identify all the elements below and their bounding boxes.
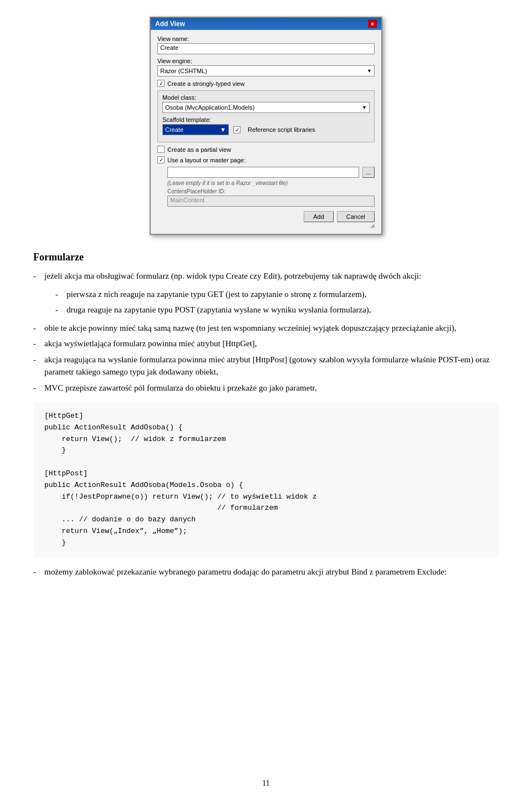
scaffold-arrow-icon: ▼ [220,126,226,133]
dialog-buttons: Add Cancel [157,211,375,222]
add-button[interactable]: Add [304,211,334,222]
intro-bullet-list: - jeżeli akcja ma obsługiwać formularz (… [33,270,499,283]
dialog-body: View name: Create View engine: Razor (CS… [151,30,381,234]
view-engine-label: View engine: [157,58,375,64]
ref-script-checkbox[interactable] [233,126,241,134]
sub-bullet-item-1: - druga reaguje na zapytanie typu POST (… [55,304,499,316]
layout-label: Use a layout or master page: [167,157,245,163]
bullet-item-4: - akcja reagująca na wysłanie formularza… [33,353,499,378]
model-class-arrow-icon: ▼ [362,105,367,110]
resize-grip-icon: ◢ [157,222,375,228]
view-name-label: View name: [157,35,375,42]
model-class-select[interactable]: Osoba (MvcApplication1.Models) ▼ [162,102,370,113]
scaffold-controls: Create ▼ Reference script libraries [162,124,370,135]
section-heading: Formularze [33,252,499,263]
contentplaceholder-label: ContentPlaceHolder ID: [167,188,375,194]
layout-browse-button[interactable]: ... [362,167,375,178]
view-engine-select[interactable]: Razor (CSHTML) ▼ [157,65,375,76]
dialog-title: Add View [155,20,185,28]
model-class-section: Model class: Osoba (MvcApplication1.Mode… [157,90,375,142]
bullet-text-3: akcja wyświetlająca formularz powinna mi… [44,337,499,350]
dialog-close-button[interactable]: × [368,20,377,28]
view-engine-arrow-icon: ▼ [367,68,372,74]
layout-checkbox[interactable] [157,156,165,163]
model-class-label: Model class: [162,94,370,101]
bullet-dash-3: - [33,337,44,350]
sub-bullet-list: - pierwsza z nich reaguje na zapytanie t… [33,288,499,316]
sub-dash-0: - [55,288,66,301]
view-engine-row: View engine: Razor (CSHTML) ▼ [157,58,375,76]
scaffold-row: Scaffold template: Create ▼ Reference sc… [162,116,370,135]
page-number: 11 [262,779,269,788]
strongly-typed-checkbox[interactable] [157,80,165,87]
ref-script-label: Reference script libraries [248,126,315,133]
sub-bullet-item-0: - pierwsza z nich reaguje na zapytanie t… [55,288,499,301]
sub-dash-1: - [55,304,66,316]
bullet-text-2: obie te akcje powinny mieć taką samą naz… [44,322,499,335]
intro-item: - jeżeli akcja ma obsługiwać formularz (… [33,270,499,283]
scaffold-select[interactable]: Create ▼ [162,124,229,135]
bullet-item-3: - akcja wyświetlająca formularz powinna … [33,337,499,350]
scaffold-label: Scaffold template: [162,116,370,123]
bullet-text-4: akcja reagująca na wysłanie formularza p… [44,353,499,378]
strongly-typed-label: Create a strongly-typed view [167,80,244,87]
dialog-area: Add View × View name: Create View engine… [33,11,499,235]
layout-row: Use a layout or master page: [157,156,375,163]
bullet-dash-4: - [33,353,44,366]
closing-item: - możemy zablokować przekazanie wybraneg… [33,566,499,578]
cancel-button[interactable]: Cancel [337,211,375,222]
bullet-text-5: MVC przepisze zawartość pól formularza d… [44,382,499,394]
sub-text-1: druga reaguje na zapytanie typu POST (za… [66,304,499,316]
closing-bullet-list: - możemy zablokować przekazanie wybraneg… [33,566,499,578]
view-name-row: View name: Create [157,35,375,54]
bullet-dash-2: - [33,322,44,335]
partial-view-label: Create as a partial view [167,146,231,153]
partial-view-row: Create as a partial view [157,146,375,153]
closing-text: możemy zablokować przekazanie wybranego … [44,566,499,578]
intro-text: jeżeli akcja ma obsługiwać formularz (np… [44,270,499,283]
bullet-item-5: - MVC przepisze zawartość pól formularza… [33,382,499,394]
intro-dash: - [33,270,44,283]
partial-view-checkbox[interactable] [157,146,165,153]
layout-input-row: ... [167,167,375,178]
dialog-titlebar: Add View × [151,18,381,30]
view-name-input[interactable]: Create [157,43,375,54]
bullet-dash-5: - [33,382,44,394]
main-bullet-list: - obie te akcje powinny mieć taką samą n… [33,322,499,394]
closing-dash: - [33,566,44,578]
add-view-dialog: Add View × View name: Create View engine… [150,17,382,235]
bullet-item-2: - obie te akcje powinny mieć taką samą n… [33,322,499,335]
contentplaceholder-row: ContentPlaceHolder ID: MainContent [167,188,375,207]
contentplaceholder-input[interactable]: MainContent [167,196,375,207]
code-block-1: [HttpGet] public ActionResult AddOsoba()… [33,403,499,557]
strongly-typed-row: Create a strongly-typed view [157,80,375,87]
sub-text-0: pierwsza z nich reaguje na zapytanie typ… [66,288,499,301]
page-container: Add View × View name: Create View engine… [0,0,532,810]
model-class-row: Model class: Osoba (MvcApplication1.Mode… [162,94,370,113]
layout-input[interactable] [167,167,359,178]
layout-hint: (Leave empty if it is set in a Razor _vi… [167,180,375,186]
